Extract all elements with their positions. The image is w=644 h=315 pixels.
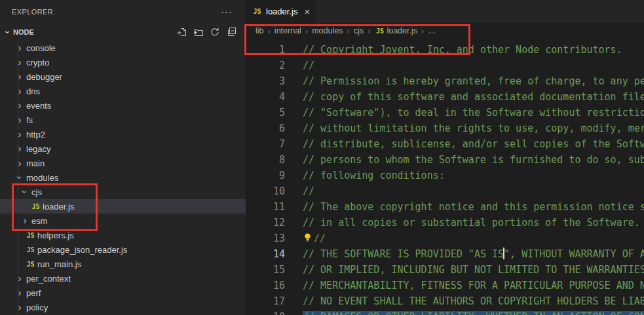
line-number[interactable]: 18 <box>246 309 285 315</box>
chevron-right-icon: › <box>14 86 25 96</box>
tree-folder-events[interactable]: ›events <box>0 98 246 113</box>
code-line-17[interactable]: 17// NO EVENT SHALL THE AUTHORS OR COPYR… <box>246 293 644 309</box>
breadcrumb-item[interactable]: internal <box>275 26 301 35</box>
line-text[interactable]: // DAMAGES OR OTHER LIABILITY, WHETHER I… <box>303 309 644 315</box>
close-icon[interactable]: × <box>304 6 310 17</box>
line-text[interactable]: // copy of this software and associated … <box>303 89 644 105</box>
line-number[interactable]: 7 <box>246 136 285 152</box>
breadcrumb-item[interactable]: cjs <box>354 26 364 35</box>
tree-folder-debugger[interactable]: ›debugger <box>0 69 246 84</box>
line-text[interactable]: // Copyright Joyent, Inc. and other Node… <box>303 42 622 58</box>
line-number[interactable]: 10 <box>246 183 285 199</box>
code-line-15[interactable]: 15// OR IMPLIED, INCLUDING BUT NOT LIMIT… <box>246 262 644 278</box>
line-text-content: // Permission is hereby granted, free of… <box>303 75 644 87</box>
line-number[interactable]: 1 <box>246 42 285 58</box>
code-line-9[interactable]: 9// following conditions: <box>246 168 644 183</box>
new-file-icon[interactable] <box>177 27 187 37</box>
line-text-content: // in all copies or substantial portions… <box>303 217 640 229</box>
js-file-icon: JS <box>25 246 36 253</box>
line-number[interactable]: 6 <box>246 120 285 136</box>
tree-folder-cjs[interactable]: ›cjs <box>0 185 246 199</box>
tree-folder-perf[interactable]: ›perf <box>0 286 246 300</box>
tree-folder-main[interactable]: ›main <box>0 156 246 170</box>
tree-folder-per_context[interactable]: ›per_context <box>0 271 246 286</box>
code-line-11[interactable]: 11// The above copyright notice and this… <box>246 199 644 215</box>
tree-folder-policy[interactable]: ›policy <box>0 300 246 314</box>
line-text[interactable]: // in all copies or substantial portions… <box>303 215 640 231</box>
code-line-7[interactable]: 7// distribute, sublicense, and/or sell … <box>246 136 644 152</box>
code-line-2[interactable]: 2// <box>246 58 644 73</box>
line-text[interactable]: // Permission is hereby granted, free of… <box>303 73 644 89</box>
tree-file-helpers.js[interactable]: JShelpers.js <box>0 228 246 242</box>
breadcrumb-item[interactable]: modules <box>312 26 343 35</box>
line-text[interactable]: // NO EVENT SHALL THE AUTHORS OR COPYRIG… <box>303 293 644 309</box>
code-line-6[interactable]: 6// without limitation the rights to use… <box>246 120 644 136</box>
collapse-all-icon[interactable] <box>226 27 237 37</box>
code-line-12[interactable]: 12// in all copies or substantial portio… <box>246 215 644 231</box>
line-text[interactable]: // OR IMPLIED, INCLUDING BUT NOT LIMITED… <box>303 262 644 278</box>
code-line-3[interactable]: 3// Permission is hereby granted, free o… <box>246 73 644 89</box>
code-line-5[interactable]: 5// "Software"), to deal in the Software… <box>246 105 644 120</box>
line-number[interactable]: 3 <box>246 73 285 89</box>
line-text[interactable]: // "Software"), to deal in the Software … <box>303 105 644 120</box>
line-number[interactable]: 13 <box>246 231 285 246</box>
code-line-14[interactable]: 14// THE SOFTWARE IS PROVIDED "AS IS", W… <box>246 246 644 262</box>
line-text-content: // MERCHANTABILITY, FITNESS FOR A PARTIC… <box>303 280 644 291</box>
tree-folder-esm[interactable]: ›esm <box>0 213 246 228</box>
tree-file-run_main.js[interactable]: JSrun_main.js <box>0 257 246 271</box>
line-text[interactable]: // following conditions: <box>303 168 445 183</box>
chevron-right-icon: › <box>14 43 25 52</box>
line-text[interactable]: // <box>303 58 314 73</box>
tree-file-package_json_reader.js[interactable]: JSpackage_json_reader.js <box>0 242 246 257</box>
lightbulb-icon[interactable] <box>303 232 313 242</box>
code-line-13[interactable]: 13// <box>246 231 644 246</box>
new-folder-icon[interactable] <box>193 27 204 37</box>
tree-folder-fs[interactable]: ›fs <box>0 113 246 127</box>
line-text[interactable]: // without limitation the rights to use,… <box>303 120 644 136</box>
tree-folder-crypto[interactable]: ›crypto <box>0 55 246 69</box>
line-number[interactable]: 9 <box>246 168 285 183</box>
code-line-8[interactable]: 8// persons to whom the Software is furn… <box>246 152 644 168</box>
line-text[interactable]: // THE SOFTWARE IS PROVIDED "AS IS", WIT… <box>303 246 644 262</box>
tree-folder-modules[interactable]: ›modules <box>0 170 246 185</box>
refresh-icon[interactable] <box>210 27 220 37</box>
line-text[interactable]: // MERCHANTABILITY, FITNESS FOR A PARTIC… <box>303 278 644 293</box>
line-number[interactable]: 8 <box>246 152 285 168</box>
code-line-4[interactable]: 4// copy of this software and associated… <box>246 89 644 105</box>
breadcrumb-item[interactable]: JSloader.js <box>374 26 417 35</box>
tree-folder-http2[interactable]: ›http2 <box>0 127 246 141</box>
breadcrumb-item[interactable]: lib <box>256 26 264 35</box>
chevron-down-icon: › <box>20 187 29 197</box>
tree-file-loader.js[interactable]: JSloader.js <box>0 199 246 213</box>
more-actions-icon[interactable]: ··· <box>221 6 233 17</box>
code-line-16[interactable]: 16// MERCHANTABILITY, FITNESS FOR A PART… <box>246 278 644 293</box>
tab-loader-js[interactable]: JS loader.js × <box>246 0 316 23</box>
line-text[interactable]: // <box>303 183 314 199</box>
breadcrumb-separator-icon: › <box>305 26 308 36</box>
breadcrumb-item[interactable]: … <box>428 26 436 35</box>
line-number[interactable]: 15 <box>246 262 285 278</box>
code-line-18[interactable]: 18// DAMAGES OR OTHER LIABILITY, WHETHER… <box>246 309 644 315</box>
line-number[interactable]: 4 <box>246 89 285 105</box>
breadcrumb-item-label: loader.js <box>387 26 417 35</box>
line-number[interactable]: 11 <box>246 199 285 215</box>
tree-folder-dns[interactable]: ›dns <box>0 84 246 98</box>
line-text[interactable]: // distribute, sublicense, and/or sell c… <box>303 136 644 152</box>
code-area[interactable]: 1// Copyright Joyent, Inc. and other Nod… <box>246 39 644 315</box>
line-text[interactable]: // <box>303 231 326 246</box>
line-number[interactable]: 14 <box>246 246 285 262</box>
code-line-10[interactable]: 10// <box>246 183 644 199</box>
code-line-1[interactable]: 1// Copyright Joyent, Inc. and other Nod… <box>246 42 644 58</box>
line-number[interactable]: 17 <box>246 293 285 309</box>
line-text-content: // NO EVENT SHALL THE AUTHORS OR COPYRIG… <box>303 295 644 307</box>
section-header-node[interactable]: › NODE <box>0 23 246 41</box>
line-number[interactable]: 12 <box>246 215 285 231</box>
line-number[interactable]: 5 <box>246 105 285 120</box>
line-text[interactable]: // The above copyright notice and this p… <box>303 199 644 215</box>
line-number[interactable]: 16 <box>246 278 285 293</box>
tree-folder-legacy[interactable]: ›legacy <box>0 141 246 156</box>
line-number[interactable]: 2 <box>246 58 285 73</box>
line-text[interactable]: // persons to whom the Software is furni… <box>303 152 644 168</box>
tree-folder-console[interactable]: ›console <box>0 41 246 55</box>
line-text-content: // distribute, sublicense, and/or sell c… <box>303 138 644 150</box>
